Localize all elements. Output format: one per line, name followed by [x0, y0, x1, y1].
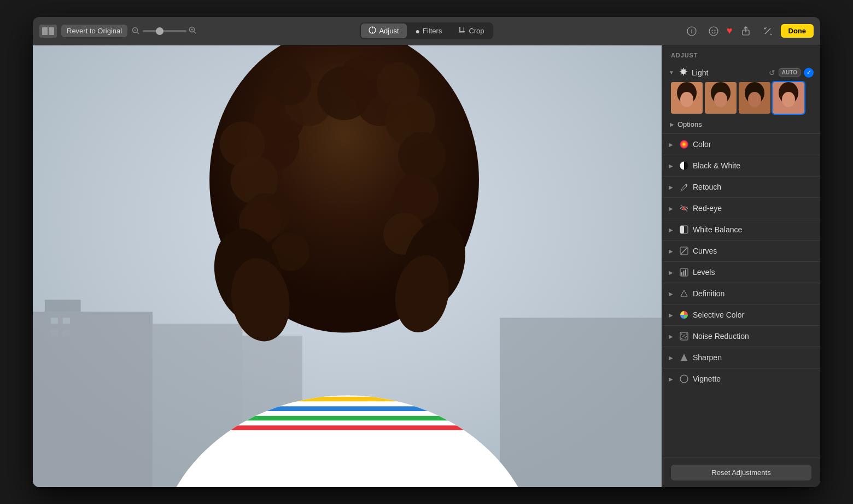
done-button[interactable]: Done	[781, 24, 814, 38]
tab-adjust[interactable]: Adjust	[361, 24, 406, 38]
main-content: ADJUST Light ↺ AUTO ✓	[33, 45, 820, 487]
color-section[interactable]: Color	[662, 133, 820, 155]
svg-rect-125	[681, 338, 682, 339]
selcolor-icon	[679, 309, 690, 320]
photo-container	[33, 45, 662, 487]
photo-svg	[33, 45, 662, 487]
color-label: Color	[693, 140, 814, 149]
svg-rect-27	[63, 318, 70, 324]
zoom-out-icon	[132, 27, 141, 36]
svg-point-106	[782, 92, 795, 107]
selective-color-section[interactable]: Selective Color	[662, 304, 820, 325]
light-undo-button[interactable]: ↺	[769, 68, 775, 77]
svg-point-78	[220, 121, 265, 167]
whitebalance-section[interactable]: White Balance	[662, 219, 820, 240]
bw-section[interactable]: Black & White	[662, 155, 820, 176]
sharpen-icon	[679, 352, 690, 363]
light-thumb-1[interactable]	[671, 82, 703, 114]
light-thumbnails	[662, 80, 820, 118]
zoom-control	[132, 26, 196, 36]
adjust-icon	[369, 26, 376, 36]
curves-label: Curves	[693, 247, 814, 255]
wb-chevron	[669, 227, 675, 233]
split-view-button[interactable]	[39, 25, 57, 38]
reset-adjustments-button[interactable]: Reset Adjustments	[671, 465, 811, 480]
curves-section[interactable]: Curves	[662, 240, 820, 261]
toolbar-center: Adjust ● Filters Crop	[360, 22, 493, 39]
svg-rect-126	[686, 336, 687, 337]
svg-rect-117	[685, 269, 686, 276]
reset-container: Reset Adjustments	[662, 458, 820, 487]
curves-icon	[679, 245, 690, 256]
tab-crop[interactable]: Crop	[451, 24, 492, 38]
svg-point-14	[714, 30, 715, 31]
tab-filters[interactable]: ● Filters	[408, 24, 450, 38]
svg-point-13	[711, 30, 712, 31]
svg-line-91	[681, 69, 682, 70]
toolbar-left: Revert to Original	[39, 25, 355, 38]
selcolor-label: Selective Color	[693, 310, 814, 319]
redeye-section[interactable]: Red-eye	[662, 197, 820, 219]
wb-label: White Balance	[693, 225, 814, 234]
magic-button[interactable]	[759, 22, 776, 40]
light-thumb-2[interactable]	[705, 82, 737, 114]
info-button[interactable]: i	[683, 22, 700, 40]
panel-title: ADJUST	[662, 45, 820, 63]
svg-rect-115	[681, 272, 682, 276]
vignette-chevron	[669, 376, 675, 382]
light-thumb-3[interactable]	[739, 82, 770, 114]
revert-button[interactable]: Revert to Original	[61, 25, 127, 37]
svg-line-1	[137, 32, 139, 34]
tab-crop-label: Crop	[469, 27, 484, 35]
definition-label: Definition	[693, 289, 814, 298]
svg-rect-121	[683, 335, 685, 336]
wb-icon	[679, 224, 690, 235]
svg-point-73	[398, 132, 446, 180]
light-thumb-4[interactable]	[773, 82, 804, 114]
light-options-button[interactable]: Options	[669, 120, 702, 128]
retouch-chevron	[669, 184, 675, 190]
light-icon	[679, 67, 688, 78]
share-button[interactable]	[737, 22, 755, 40]
definition-section[interactable]: Definition	[662, 283, 820, 304]
light-controls: ↺ AUTO ✓	[769, 68, 814, 78]
light-section-header[interactable]: Light ↺ AUTO ✓	[662, 63, 820, 80]
split-view-icon-left	[42, 27, 48, 35]
noise-chevron	[669, 333, 675, 339]
svg-rect-29	[63, 330, 70, 336]
tab-filters-label: Filters	[423, 27, 442, 35]
light-chevron	[669, 69, 675, 75]
faces-button[interactable]	[705, 22, 722, 40]
noise-section[interactable]: Noise Reduction	[662, 325, 820, 347]
vignette-section[interactable]: Vignette	[662, 368, 820, 389]
retouch-label: Retouch	[693, 183, 814, 191]
definition-chevron	[669, 291, 675, 297]
svg-point-12	[709, 27, 718, 36]
sharpen-section[interactable]: Sharpen	[662, 347, 820, 368]
levels-chevron	[669, 269, 675, 276]
levels-section[interactable]: Levels	[662, 261, 820, 283]
svg-line-93	[686, 69, 687, 70]
svg-point-97	[680, 92, 693, 107]
zoom-slider[interactable]	[143, 30, 186, 32]
zoom-in-icon	[189, 26, 196, 36]
color-chevron	[669, 142, 675, 148]
svg-line-92	[686, 74, 687, 75]
favorite-button[interactable]: ♥	[727, 25, 733, 37]
tab-adjust-label: Adjust	[379, 27, 399, 35]
options-chevron	[669, 121, 675, 127]
zoom-thumb[interactable]	[156, 27, 163, 35]
filters-icon: ●	[416, 27, 420, 36]
selcolor-chevron	[669, 312, 675, 318]
svg-point-100	[714, 92, 727, 107]
svg-rect-112	[680, 226, 684, 233]
bw-chevron	[669, 163, 675, 169]
svg-rect-28	[51, 330, 58, 336]
svg-rect-123	[682, 336, 683, 337]
svg-rect-116	[683, 271, 685, 276]
light-enabled-check: ✓	[804, 68, 814, 78]
svg-line-110	[681, 205, 687, 212]
svg-rect-26	[51, 318, 58, 324]
retouch-section[interactable]: Retouch	[662, 176, 820, 197]
svg-point-79	[270, 63, 312, 106]
